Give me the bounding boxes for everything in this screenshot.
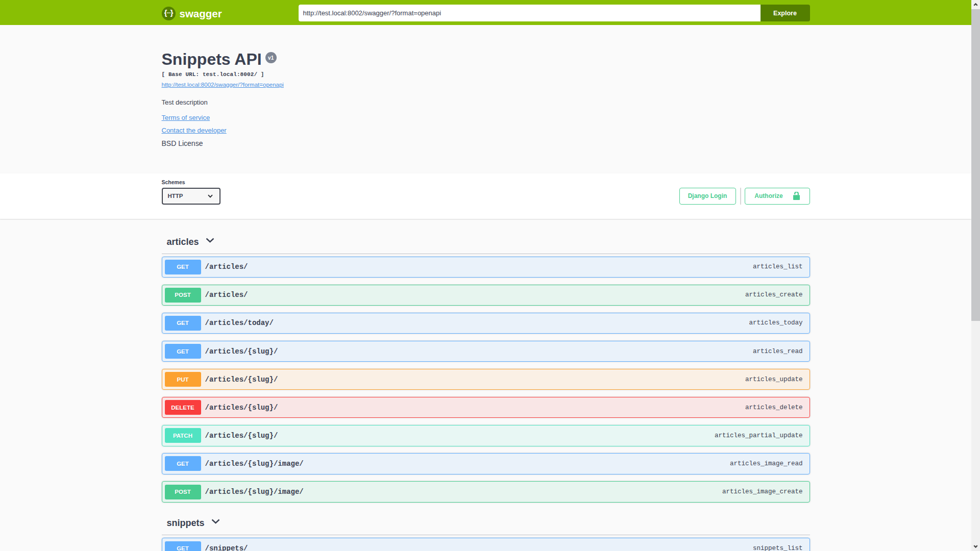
svg-text:}: } (170, 8, 173, 16)
svg-text:{: { (164, 8, 167, 16)
